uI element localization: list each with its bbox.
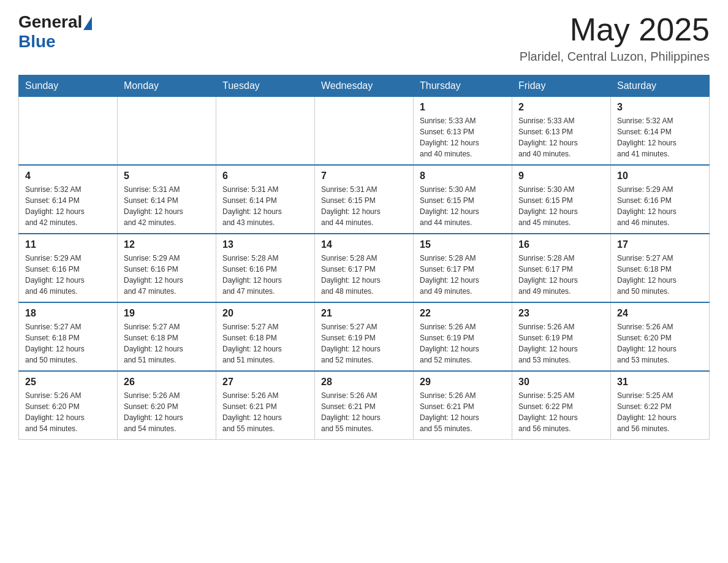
day-number: 11 [25, 239, 111, 250]
day-info: Sunrise: 5:26 AM Sunset: 6:19 PM Dayligh… [420, 321, 506, 366]
calendar-cell [216, 97, 315, 166]
page-header: General Blue May 2025 Plaridel, Central … [18, 12, 710, 64]
calendar-cell: 3Sunrise: 5:32 AM Sunset: 6:14 PM Daylig… [611, 97, 710, 166]
calendar-cell: 19Sunrise: 5:27 AM Sunset: 6:18 PM Dayli… [118, 302, 216, 371]
day-info: Sunrise: 5:30 AM Sunset: 6:15 PM Dayligh… [420, 184, 506, 228]
day-info: Sunrise: 5:26 AM Sunset: 6:20 PM Dayligh… [124, 390, 210, 434]
day-number: 21 [321, 308, 407, 319]
logo-general-text: General [18, 12, 82, 32]
day-number: 16 [518, 239, 604, 250]
calendar-cell: 14Sunrise: 5:28 AM Sunset: 6:17 PM Dayli… [315, 234, 414, 302]
day-number: 19 [124, 308, 210, 319]
day-number: 6 [222, 170, 308, 182]
day-number: 25 [25, 377, 111, 388]
calendar-cell: 2Sunrise: 5:33 AM Sunset: 6:13 PM Daylig… [512, 97, 611, 166]
day-info: Sunrise: 5:27 AM Sunset: 6:18 PM Dayligh… [222, 321, 308, 366]
calendar-cell [315, 97, 414, 166]
day-number: 23 [518, 308, 604, 319]
day-info: Sunrise: 5:33 AM Sunset: 6:13 PM Dayligh… [518, 115, 604, 159]
calendar-cell: 22Sunrise: 5:26 AM Sunset: 6:19 PM Dayli… [414, 302, 512, 371]
calendar-cell: 18Sunrise: 5:27 AM Sunset: 6:18 PM Dayli… [19, 302, 118, 371]
day-number: 7 [321, 170, 407, 182]
day-number: 10 [617, 170, 703, 182]
day-number: 12 [124, 239, 210, 250]
day-of-week-header: Friday [512, 75, 611, 97]
day-number: 4 [25, 170, 111, 182]
calendar-cell: 21Sunrise: 5:27 AM Sunset: 6:19 PM Dayli… [315, 302, 414, 371]
day-number: 13 [222, 239, 308, 250]
day-info: Sunrise: 5:26 AM Sunset: 6:20 PM Dayligh… [617, 321, 703, 366]
title-block: May 2025 Plaridel, Central Luzon, Philip… [520, 12, 710, 64]
day-number: 18 [25, 308, 111, 319]
day-info: Sunrise: 5:31 AM Sunset: 6:15 PM Dayligh… [321, 184, 407, 228]
calendar-cell: 17Sunrise: 5:27 AM Sunset: 6:18 PM Dayli… [611, 234, 710, 302]
day-info: Sunrise: 5:26 AM Sunset: 6:19 PM Dayligh… [518, 321, 604, 366]
day-info: Sunrise: 5:29 AM Sunset: 6:16 PM Dayligh… [617, 184, 703, 228]
calendar-week-row: 11Sunrise: 5:29 AM Sunset: 6:16 PM Dayli… [19, 234, 710, 302]
calendar-cell: 1Sunrise: 5:33 AM Sunset: 6:13 PM Daylig… [414, 97, 512, 166]
day-info: Sunrise: 5:31 AM Sunset: 6:14 PM Dayligh… [222, 184, 308, 228]
logo-blue-text: Blue [18, 32, 56, 52]
day-number: 31 [617, 377, 703, 388]
day-number: 9 [518, 170, 604, 182]
day-number: 17 [617, 239, 703, 250]
day-number: 15 [420, 239, 506, 250]
calendar-cell: 24Sunrise: 5:26 AM Sunset: 6:20 PM Dayli… [611, 302, 710, 371]
day-info: Sunrise: 5:27 AM Sunset: 6:19 PM Dayligh… [321, 321, 407, 366]
day-info: Sunrise: 5:31 AM Sunset: 6:14 PM Dayligh… [124, 184, 210, 228]
month-title: May 2025 [520, 12, 710, 47]
day-number: 26 [124, 377, 210, 388]
calendar-cell: 20Sunrise: 5:27 AM Sunset: 6:18 PM Dayli… [216, 302, 315, 371]
calendar-cell [118, 97, 216, 166]
calendar-week-row: 18Sunrise: 5:27 AM Sunset: 6:18 PM Dayli… [19, 302, 710, 371]
calendar-cell: 29Sunrise: 5:26 AM Sunset: 6:21 PM Dayli… [414, 371, 512, 440]
day-number: 22 [420, 308, 506, 319]
day-of-week-header: Saturday [611, 75, 710, 97]
day-info: Sunrise: 5:29 AM Sunset: 6:16 PM Dayligh… [25, 253, 111, 297]
day-info: Sunrise: 5:27 AM Sunset: 6:18 PM Dayligh… [25, 321, 111, 366]
day-number: 3 [617, 102, 703, 113]
day-number: 14 [321, 239, 407, 250]
day-info: Sunrise: 5:25 AM Sunset: 6:22 PM Dayligh… [518, 390, 604, 434]
calendar-cell: 26Sunrise: 5:26 AM Sunset: 6:20 PM Dayli… [118, 371, 216, 440]
day-number: 8 [420, 170, 506, 182]
day-info: Sunrise: 5:32 AM Sunset: 6:14 PM Dayligh… [25, 184, 111, 228]
calendar-cell: 6Sunrise: 5:31 AM Sunset: 6:14 PM Daylig… [216, 165, 315, 234]
day-info: Sunrise: 5:25 AM Sunset: 6:22 PM Dayligh… [617, 390, 703, 434]
calendar-cell: 4Sunrise: 5:32 AM Sunset: 6:14 PM Daylig… [19, 165, 118, 234]
day-info: Sunrise: 5:33 AM Sunset: 6:13 PM Dayligh… [420, 115, 506, 159]
day-number: 5 [124, 170, 210, 182]
day-info: Sunrise: 5:26 AM Sunset: 6:20 PM Dayligh… [25, 390, 111, 434]
day-of-week-header: Tuesday [216, 75, 315, 97]
calendar-cell: 13Sunrise: 5:28 AM Sunset: 6:16 PM Dayli… [216, 234, 315, 302]
calendar-cell: 30Sunrise: 5:25 AM Sunset: 6:22 PM Dayli… [512, 371, 611, 440]
day-info: Sunrise: 5:28 AM Sunset: 6:17 PM Dayligh… [321, 253, 407, 297]
day-number: 29 [420, 377, 506, 388]
day-info: Sunrise: 5:26 AM Sunset: 6:21 PM Dayligh… [420, 390, 506, 434]
day-info: Sunrise: 5:28 AM Sunset: 6:17 PM Dayligh… [420, 253, 506, 297]
day-number: 28 [321, 377, 407, 388]
day-of-week-header: Thursday [414, 75, 512, 97]
calendar-cell: 23Sunrise: 5:26 AM Sunset: 6:19 PM Dayli… [512, 302, 611, 371]
calendar-cell: 27Sunrise: 5:26 AM Sunset: 6:21 PM Dayli… [216, 371, 315, 440]
calendar-cell: 28Sunrise: 5:26 AM Sunset: 6:21 PM Dayli… [315, 371, 414, 440]
calendar-cell: 16Sunrise: 5:28 AM Sunset: 6:17 PM Dayli… [512, 234, 611, 302]
calendar-week-row: 4Sunrise: 5:32 AM Sunset: 6:14 PM Daylig… [19, 165, 710, 234]
day-number: 2 [518, 102, 604, 113]
calendar-week-row: 25Sunrise: 5:26 AM Sunset: 6:20 PM Dayli… [19, 371, 710, 440]
day-of-week-header: Sunday [19, 75, 118, 97]
calendar-cell: 31Sunrise: 5:25 AM Sunset: 6:22 PM Dayli… [611, 371, 710, 440]
calendar-cell: 12Sunrise: 5:29 AM Sunset: 6:16 PM Dayli… [118, 234, 216, 302]
day-info: Sunrise: 5:28 AM Sunset: 6:16 PM Dayligh… [222, 253, 308, 297]
day-info: Sunrise: 5:30 AM Sunset: 6:15 PM Dayligh… [518, 184, 604, 228]
day-number: 27 [222, 377, 308, 388]
day-number: 24 [617, 308, 703, 319]
calendar-cell: 9Sunrise: 5:30 AM Sunset: 6:15 PM Daylig… [512, 165, 611, 234]
calendar-header-row: SundayMondayTuesdayWednesdayThursdayFrid… [19, 75, 710, 97]
day-of-week-header: Monday [118, 75, 216, 97]
day-info: Sunrise: 5:26 AM Sunset: 6:21 PM Dayligh… [321, 390, 407, 434]
logo: General Blue [18, 12, 92, 52]
calendar-cell [19, 97, 118, 166]
day-number: 20 [222, 308, 308, 319]
calendar-cell: 10Sunrise: 5:29 AM Sunset: 6:16 PM Dayli… [611, 165, 710, 234]
